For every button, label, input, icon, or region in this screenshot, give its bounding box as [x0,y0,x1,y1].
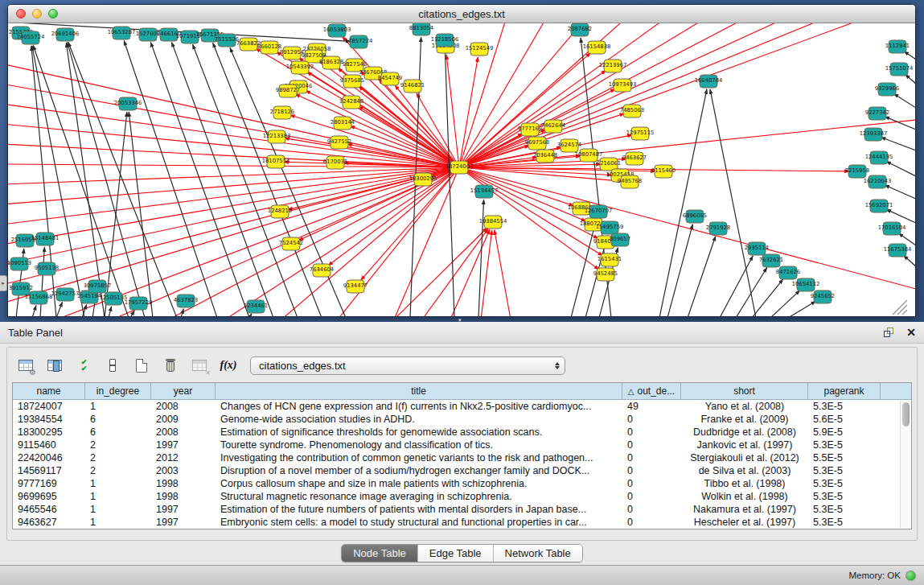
table-cell-pagerank[interactable]: 5.3E-5 [808,516,881,529]
table-cell-in_degree[interactable]: 6 [85,413,151,426]
table-cell-name[interactable]: 9463627 [13,516,85,529]
table-cell-out_de[interactable]: 0 [622,477,681,490]
table-cell-name[interactable]: 9699695 [13,490,85,503]
column-header-short[interactable]: short [681,383,808,399]
table-cell-pagerank[interactable]: 5.3E-5 [808,400,881,413]
table-cell-in_degree[interactable]: 1 [85,477,151,490]
table-cell-title[interactable]: Genome-wide association studies in ADHD. [216,413,622,426]
table-row[interactable]: 977716911998Corpus callosum shape and si… [13,477,911,490]
table-cell-name[interactable]: 9465546 [13,503,85,516]
column-header-out_de[interactable]: △out_de... [622,383,681,399]
table-cell-year[interactable]: 2012 [151,451,216,464]
table-cell-in_degree[interactable]: 2 [85,464,151,477]
table-cell-year[interactable]: 2008 [151,426,216,439]
table-cell-short[interactable]: Hescheler et al. (1997) [681,516,808,529]
table-cell-title[interactable]: Corpus callosum shape and size in male p… [216,477,622,490]
float-panel-icon[interactable] [884,328,895,338]
table-cell-pagerank[interactable]: 5.3E-5 [808,503,881,516]
delete-button[interactable] [160,356,181,375]
table-cell-year[interactable]: 2009 [151,413,216,426]
table-row[interactable]: 946554611997Estimation of the future num… [13,503,911,516]
column-header-year[interactable]: year [151,383,216,399]
vertical-scrollbar[interactable] [900,401,910,528]
table-cell-year[interactable]: 1998 [151,490,216,503]
table-cell-out_de[interactable]: 0 [622,439,681,451]
table-cell-in_degree[interactable]: 2 [85,451,151,464]
table-cell-out_de[interactable]: 0 [622,490,681,503]
table-cell-short[interactable]: de Silva et al. (2003) [681,464,808,477]
table-row[interactable]: 1872400712008Changes of HCN gene express… [13,400,911,413]
table-cell-short[interactable]: Franke et al. (2009) [681,413,808,426]
table-cell-short[interactable]: Yano et al. (2008) [681,400,808,413]
table-cell-in_degree[interactable]: 1 [85,400,151,413]
table-cell-title[interactable]: Estimation of the future numbers of pati… [216,503,622,516]
table-settings-button[interactable]: ⚙ [15,356,36,375]
table-cell-out_de[interactable]: 0 [622,413,681,426]
table-cell-out_de[interactable]: 0 [622,426,681,439]
table-cell-in_degree[interactable]: 6 [85,426,151,439]
table-row[interactable]: 911546021997Tourette syndrome. Phenomeno… [13,439,911,451]
table-cell-short[interactable]: Stergiakouli et al. (2012) [681,451,808,464]
scrollbar-thumb[interactable] [902,402,910,426]
table-cell-title[interactable]: Estimation of significance thresholds fo… [216,426,622,439]
column-header-name[interactable]: name [13,383,85,399]
resize-grip-icon[interactable] [902,310,907,315]
table-cell-in_degree[interactable]: 2 [85,439,151,451]
table-row[interactable]: 969969511998Structural magnetic resonanc… [13,490,911,503]
table-selector-dropdown[interactable]: citations_edges.txt [250,356,565,375]
table-cell-title[interactable]: Structural magnetic resonance image aver… [216,490,622,503]
table-cell-short[interactable]: Wolkin et al. (1998) [681,490,808,503]
table-cell-pagerank[interactable]: 5.3E-5 [808,439,881,451]
function-builder-button[interactable]: f(x) [218,356,239,375]
table-row[interactable]: 2242004622012Investigating the contribut… [13,451,911,464]
column-selector-button[interactable] [44,356,65,375]
tab-network-table[interactable]: Network Table [494,545,582,562]
table-cell-short[interactable]: Nakamura et al. (1997) [681,503,808,516]
table-cell-year[interactable]: 1997 [151,439,216,451]
table-cell-name[interactable]: 19384554 [13,413,85,426]
table-cell-name[interactable]: 18300295 [13,426,85,439]
table-cell-title[interactable]: Investigating the contribution of common… [216,451,622,464]
table-cell-title[interactable]: Disruption of a novel member of a sodium… [216,464,622,477]
table-cell-name[interactable]: 18724007 [13,400,85,413]
table-cell-in_degree[interactable]: 1 [85,503,151,516]
close-panel-icon[interactable]: ✕ [906,327,916,338]
table-cell-in_degree[interactable]: 1 [85,516,151,529]
table-row[interactable]: 1456911722003Disruption of a novel membe… [13,464,911,477]
table-cell-pagerank[interactable]: 5.6E-5 [808,413,881,426]
table-cell-short[interactable]: Tibbo et al. (1998) [681,477,808,490]
resize-grip-icon[interactable] [897,305,907,315]
table-cell-short[interactable]: Jankovic et al. (1997) [681,439,808,451]
table-cell-out_de[interactable]: 0 [622,503,681,516]
table-cell-year[interactable]: 1997 [151,516,216,529]
tab-node-table[interactable]: Node Table [342,545,418,562]
table-cell-short[interactable]: Dudbridge et al. (2008) [681,426,808,439]
select-all-button[interactable]: ✔✔ [73,356,94,375]
table-cell-year[interactable]: 1998 [151,477,216,490]
network-window-titlebar[interactable]: citations_edges.txt [8,5,915,23]
row-height-button[interactable] [102,356,123,375]
tab-edge-table[interactable]: Edge Table [418,545,494,562]
table-row[interactable]: 1830029562008Estimation of significance … [13,426,911,439]
table-cell-title[interactable]: Embryonic stem cells: a model to study s… [216,516,622,529]
table-cell-in_degree[interactable]: 1 [85,490,151,503]
table-cell-pagerank[interactable]: 5.5E-5 [808,451,881,464]
table-cell-pagerank[interactable]: 5.3E-5 [808,490,881,503]
table-cell-name[interactable]: 9777169 [13,477,85,490]
collapsed-panel-handle[interactable]: ▸ [0,275,7,291]
table-cell-title[interactable]: Tourette syndrome. Phenomenology and cla… [216,439,622,451]
column-header-in_degree[interactable]: in_degree [85,383,151,399]
table-cell-out_de[interactable]: 0 [622,451,681,464]
table-cell-out_de[interactable]: 0 [622,516,681,529]
network-canvas[interactable]: 1872400776638228660128891295423226058982… [8,23,915,316]
table-cell-pagerank[interactable]: 5.3E-5 [808,464,881,477]
new-table-button[interactable] [131,356,152,375]
table-cell-name[interactable]: 9115460 [13,439,85,451]
table-cell-title[interactable]: Changes of HCN gene expression and I(f) … [216,400,622,413]
table-cell-year[interactable]: 2008 [151,400,216,413]
column-header-title[interactable]: title [216,383,622,399]
table-cell-out_de[interactable]: 49 [622,400,681,413]
table-cell-name[interactable]: 22420046 [13,451,85,464]
table-cell-pagerank[interactable]: 5.3E-5 [808,477,881,490]
table-cell-pagerank[interactable]: 5.9E-5 [808,426,881,439]
